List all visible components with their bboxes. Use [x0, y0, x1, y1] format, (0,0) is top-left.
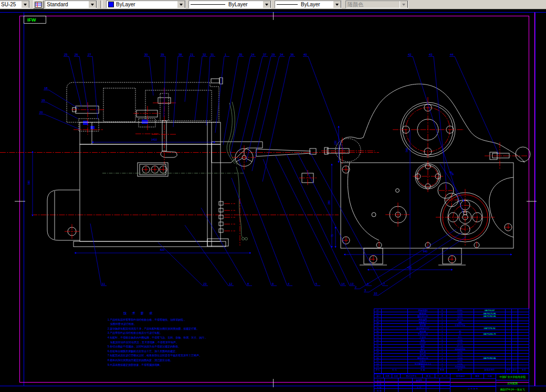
leader-line	[252, 57, 279, 172]
technical-note-line: 8.箱体内加注润滑油至规定的油面高度，清洁度应合格。	[108, 358, 276, 363]
title-block-name-area: 中国矿业大学机电学院 总装配图 摘自074-14-一张水飞	[496, 374, 529, 392]
bom-cell	[474, 363, 506, 365]
color-value: ByLayer	[116, 2, 135, 7]
bom-cell	[506, 333, 512, 335]
stage-label: 比例	[484, 374, 496, 378]
bom-cell: 名 称	[408, 368, 438, 373]
bom-cell: 40Cr	[447, 336, 474, 338]
balloon-number: 27	[88, 53, 91, 56]
technical-note-line: 按图样要求进行检验。	[108, 322, 276, 326]
bom-cell	[506, 359, 512, 362]
technical-note-line: 2.滚动轴承装配前须清洗干净，产品装配时配合面应涂润滑油脂，按规定拧紧。	[108, 326, 276, 331]
bom-cell	[512, 342, 518, 344]
bom-cell	[506, 365, 512, 368]
bom-cell	[382, 363, 408, 365]
bom-cell	[506, 351, 512, 353]
bom-cell: 2	[438, 327, 447, 330]
balloon-number: 35	[239, 53, 243, 56]
bom-cell	[512, 345, 518, 347]
sign-label	[413, 382, 426, 385]
bom-cell: 大齿轮	[408, 336, 438, 338]
color-dropdown[interactable]: ByLayer	[106, 1, 186, 8]
bom-cell	[382, 348, 408, 351]
housing-section	[67, 82, 219, 122]
leader-line	[46, 102, 78, 119]
revision-label: 分区	[392, 374, 401, 378]
leader-line	[455, 57, 499, 155]
balloon-number: 31	[211, 53, 214, 56]
bom-cell	[512, 348, 518, 351]
zone-label: IFW	[27, 17, 36, 23]
technical-note-line: 7.装配完成后应进行空载试运转，检查各部位运转是否平稳及有无异常工艺噪声。	[108, 353, 276, 358]
bom-cell: 37	[374, 324, 382, 326]
layer-dropdown[interactable]: SU-25	[0, 1, 30, 8]
bom-cell: 单件	[506, 368, 512, 373]
bom-cell: 8	[438, 315, 447, 317]
dim-style-button[interactable]	[33, 1, 44, 9]
bom-cell	[506, 330, 512, 333]
drawing-number: 摘自074-14-一张水飞	[496, 386, 529, 392]
leader-line	[379, 237, 466, 295]
sheet-count-label: 共 张 第 张	[450, 387, 496, 392]
lineweight-dropdown[interactable]: ByLayer	[275, 1, 342, 8]
leader-line	[164, 57, 165, 118]
bom-cell: 1	[438, 336, 447, 338]
bom-cell: 材 料	[447, 368, 474, 373]
dimension-text: 540	[405, 147, 408, 152]
drawing-canvas[interactable]: 2526273039382132311352437293436404243441…	[0, 9, 546, 392]
color-swatch-icon	[108, 2, 114, 7]
balloon-number: 23	[203, 282, 207, 285]
bom-cell: 总计	[512, 368, 518, 373]
object-properties-toolbar: SU-25 Standard ByLayer ByLayer ByLayer 随…	[0, 0, 546, 9]
sign-label	[413, 389, 426, 392]
balloon-number: 4	[288, 282, 290, 285]
title-block: 标记 处数 分区 更改文件号 签 名 年、月、日 设 计 标准化 校 核 审 核…	[374, 374, 529, 392]
bom-cell	[474, 318, 506, 321]
chevron-down-icon[interactable]	[88, 1, 97, 8]
bom-cell: 挡油环	[408, 342, 438, 344]
bom-cell	[518, 318, 529, 321]
bom-cell	[382, 318, 408, 321]
bom-cell: 33	[374, 336, 382, 338]
chevron-down-icon[interactable]	[177, 1, 185, 8]
leader-line	[158, 242, 203, 286]
chevron-down-icon[interactable]	[21, 1, 29, 8]
chevron-down-icon	[400, 1, 408, 8]
bom-cell: 1	[438, 318, 447, 321]
linetype-sample-icon	[191, 4, 225, 5]
bom-cell	[518, 359, 529, 362]
bom-cell	[382, 336, 408, 338]
bom-cell: 1	[438, 359, 447, 362]
chevron-down-icon[interactable]	[262, 1, 271, 8]
style-dropdown[interactable]: Standard	[45, 1, 97, 8]
bom-cell: 1	[438, 354, 447, 356]
bom-cell	[518, 321, 529, 324]
technical-note-line: 3.产品零部件必须经检验合格后方可进行装配。	[108, 331, 276, 335]
balloon-number: 9	[272, 282, 274, 285]
bom-cell	[382, 357, 408, 359]
bom-cell: 1	[438, 348, 447, 351]
title-block-signature-area: 标记 处数 分区 更改文件号 签 名 年、月、日 设 计 标准化 校 核 审 核…	[374, 374, 450, 392]
balloon-number: 10	[374, 292, 377, 295]
bom-cell: 平键12×56	[408, 333, 438, 335]
revision-label: 标记	[374, 374, 384, 378]
balloon-number: 5	[316, 282, 318, 285]
bom-cell	[512, 324, 518, 326]
bom-cell: 密封圈	[408, 324, 438, 326]
drawing-title: 总装配图	[496, 380, 529, 387]
bom-cell	[474, 342, 506, 344]
toolbar-separator	[100, 1, 102, 8]
bom-cell: 08F	[447, 321, 474, 324]
revision-label: 更改文件号	[401, 374, 423, 378]
bom-cell	[506, 342, 512, 344]
bom-cell: 通气器	[408, 354, 438, 356]
bom-cell	[512, 363, 518, 365]
leader-line	[369, 233, 461, 292]
bom-cell	[506, 327, 512, 330]
bom-cell: 2	[438, 342, 447, 344]
chevron-down-icon[interactable]	[333, 1, 341, 8]
linetype-dropdown[interactable]: ByLayer	[188, 1, 271, 8]
balloon-number: 37	[263, 53, 267, 56]
bom-cell: Q235	[447, 351, 474, 353]
bom-cell: 输出轴	[408, 330, 438, 333]
